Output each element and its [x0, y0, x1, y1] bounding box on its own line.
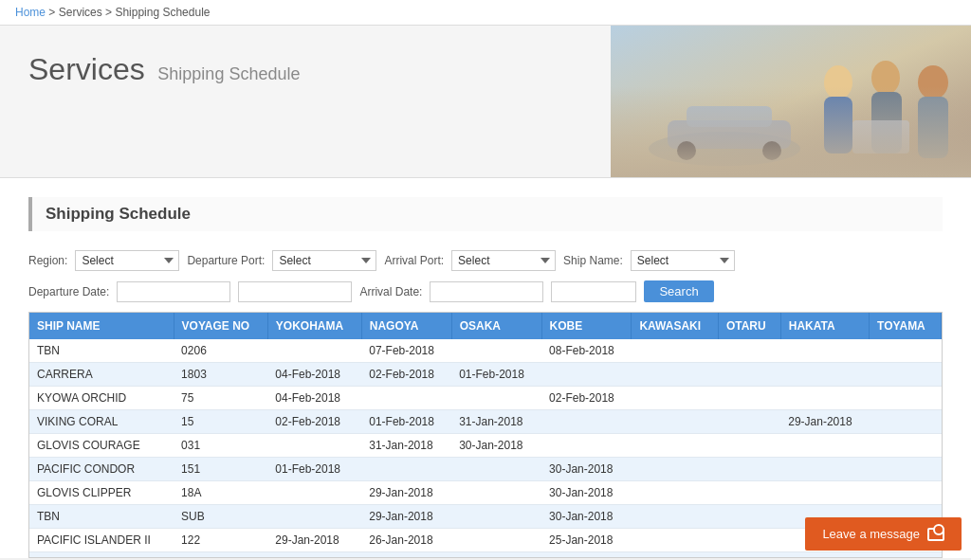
table-cell-4-2 — [267, 434, 361, 458]
svg-point-10 — [918, 65, 948, 99]
table-cell-2-8 — [780, 387, 869, 410]
svg-rect-7 — [824, 97, 852, 154]
table-cell-9-8 — [780, 552, 869, 559]
table-cell-5-9 — [870, 458, 942, 481]
table-cell-6-0: GLOVIS CLIPPER — [29, 481, 174, 505]
header-text: Services Shipping Schedule — [0, 26, 611, 177]
table-cell-7-2 — [267, 505, 361, 529]
table-col-nagoya: NAGOYA — [361, 313, 451, 339]
table-col-kobe: KOBE — [541, 313, 632, 339]
page-title: Services — [28, 52, 145, 86]
table-cell-5-0: PACIFIC CONDOR — [29, 458, 174, 481]
arrival-date-from[interactable] — [430, 281, 543, 302]
region-select[interactable]: Select — [75, 250, 179, 271]
table-cell-4-9 — [870, 434, 942, 458]
table-cell-5-7 — [718, 458, 780, 481]
table-cell-9-1: 1 — [174, 552, 267, 559]
table-cell-2-4 — [451, 387, 541, 410]
table-cell-5-1: 151 — [174, 458, 267, 481]
departure-date-to[interactable] — [238, 281, 352, 302]
table-cell-3-3: 01-Feb-2018 — [361, 410, 451, 434]
table-cell-0-7 — [718, 339, 780, 363]
table-cell-0-0: TBN — [29, 339, 174, 363]
table-row: FIJI TEMP VESSEL126-Jan-201828-Jan-20182… — [29, 552, 942, 559]
filter-row-2: Departure Date: Arrival Date: Search — [28, 280, 943, 302]
table-row: GLOVIS COURAGE03131-Jan-201830-Jan-2018 — [29, 434, 942, 458]
departure-date-label: Departure Date: — [28, 285, 109, 298]
table-cell-7-3: 29-Jan-2018 — [361, 505, 451, 529]
svg-rect-0 — [611, 26, 971, 177]
svg-point-8 — [871, 61, 900, 95]
table-col-yokohama: YOKOHAMA — [267, 313, 361, 339]
table-cell-5-6 — [632, 458, 718, 481]
table-cell-6-9 — [870, 481, 942, 505]
table-cell-7-1: SUB — [174, 505, 267, 529]
breadcrumb-home[interactable]: Home — [15, 6, 46, 19]
table-cell-3-6 — [632, 410, 718, 434]
table-col-hakata: HAKATA — [780, 313, 869, 339]
table-cell-7-5: 30-Jan-2018 — [541, 505, 632, 529]
table-cell-3-5 — [541, 410, 632, 434]
table-cell-4-7 — [718, 434, 780, 458]
table-row: KYOWA ORCHID7504-Feb-201802-Feb-2018 — [29, 387, 942, 410]
table-cell-7-0: TBN — [29, 505, 174, 529]
table-cell-9-5: 29-Jan-2018 — [541, 552, 632, 559]
leave-message-button[interactable]: Leave a message — [805, 517, 962, 551]
departure-port-select[interactable]: Select — [272, 250, 376, 271]
table-cell-9-9 — [870, 552, 942, 559]
table-cell-4-1: 031 — [174, 434, 267, 458]
leave-message-label: Leave a message — [822, 527, 920, 541]
table-row: PACIFIC CONDOR15101-Feb-201830-Jan-2018 — [29, 458, 942, 481]
table-cell-3-2: 02-Feb-2018 — [267, 410, 361, 434]
table-cell-4-4: 30-Jan-2018 — [451, 434, 541, 458]
table-cell-1-9 — [870, 363, 942, 387]
table-cell-8-6 — [632, 529, 718, 552]
table-cell-2-2: 04-Feb-2018 — [267, 387, 361, 410]
table-cell-8-7 — [718, 529, 780, 552]
table-row: TBN020607-Feb-201808-Feb-2018 — [29, 339, 942, 363]
table-cell-1-4: 01-Feb-2018 — [451, 363, 541, 387]
ship-name-select[interactable]: Select — [631, 250, 735, 271]
table-cell-8-5: 25-Jan-2018 — [541, 529, 632, 552]
svg-point-6 — [824, 65, 852, 99]
svg-point-1 — [649, 132, 800, 166]
table-cell-3-9 — [870, 410, 942, 434]
breadcrumb-current: Shipping Schedule — [115, 6, 210, 19]
table-cell-8-4 — [451, 529, 541, 552]
table-row: TBNSUB29-Jan-201830-Jan-2018 — [29, 505, 942, 529]
table-cell-4-0: GLOVIS COURAGE — [29, 434, 174, 458]
table-cell-2-0: KYOWA ORCHID — [29, 387, 174, 410]
svg-rect-2 — [668, 120, 791, 149]
table-cell-6-1: 18A — [174, 481, 267, 505]
table-cell-8-0: PACIFIC ISLANDER II — [29, 529, 174, 552]
table-cell-7-6 — [632, 505, 718, 529]
table-col-osaka: OSAKA — [451, 313, 541, 339]
table-cell-7-4 — [451, 505, 541, 529]
table-cell-5-2: 01-Feb-2018 — [267, 458, 361, 481]
table-cell-6-7 — [718, 481, 780, 505]
table-cell-1-3: 02-Feb-2018 — [361, 363, 451, 387]
table-col-otaru: OTARU — [718, 313, 780, 339]
hero-image — [611, 26, 971, 177]
departure-port-label: Departure Port: — [187, 254, 265, 267]
table-cell-4-5 — [541, 434, 632, 458]
search-button[interactable]: Search — [644, 280, 713, 302]
page-subtitle: Shipping Schedule — [157, 64, 300, 83]
table-cell-0-5: 08-Feb-2018 — [541, 339, 632, 363]
table-col-ship-name: SHIP NAME — [29, 313, 174, 339]
table-cell-0-6 — [632, 339, 718, 363]
ship-name-label: Ship Name: — [563, 254, 623, 267]
table-cell-1-7 — [718, 363, 780, 387]
arrival-port-select[interactable]: Select — [451, 250, 556, 271]
table-cell-6-2 — [267, 481, 361, 505]
departure-date-from[interactable] — [117, 281, 230, 302]
table-cell-9-4 — [451, 552, 541, 559]
arrival-date-to[interactable] — [551, 281, 636, 302]
table-cell-5-3 — [361, 458, 451, 481]
table-cell-9-0: FIJI TEMP VESSEL — [29, 552, 174, 559]
region-label: Region: — [28, 254, 67, 267]
table-cell-6-6 — [632, 481, 718, 505]
svg-rect-9 — [871, 92, 902, 154]
table-cell-5-5: 30-Jan-2018 — [541, 458, 632, 481]
table-cell-0-9 — [870, 339, 942, 363]
